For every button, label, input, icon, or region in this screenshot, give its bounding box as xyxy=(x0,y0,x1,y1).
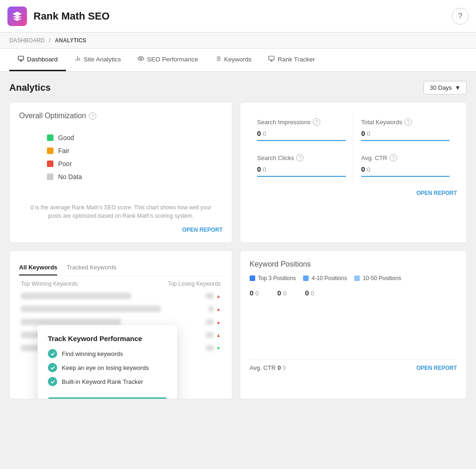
nodata-dot xyxy=(47,174,53,180)
check-icon-3 xyxy=(48,377,57,386)
legend-good-label: Good xyxy=(58,134,74,141)
avg-ctr-footer-sub: 0 xyxy=(283,365,286,371)
kw-text xyxy=(21,319,121,325)
page-body: Analytics 30 Days ▼ Overall Optimization… xyxy=(0,72,476,409)
tab-dashboard-label: Dashboard xyxy=(27,56,58,63)
chevron-down-icon: ▼ xyxy=(455,84,461,91)
legend-fair-label: Fair xyxy=(58,147,69,154)
4to10-square xyxy=(303,275,309,281)
search-clicks-help-icon[interactable]: ? xyxy=(296,154,304,161)
optimization-content: Good Fair Poor No Data xyxy=(19,129,223,220)
help-icon: ? xyxy=(458,12,463,20)
arrow-down-icon: ▼ xyxy=(216,346,221,351)
tab-rank-tracker-label: Rank Tracker xyxy=(278,56,315,63)
kw-row-right: 6 ▲ xyxy=(208,306,221,312)
top3-label: Top 3 Positions xyxy=(258,275,296,281)
upgrade-button[interactable]: Upgrade xyxy=(48,397,167,399)
fair-dot xyxy=(47,147,53,154)
col-winning: Top Winning Keywords xyxy=(21,281,78,287)
4to10-sub: 0 xyxy=(283,290,286,297)
4to10-label: 4-10 Positions xyxy=(311,275,347,281)
upgrade-feature-2: Keep an eye on losing keywords xyxy=(48,363,167,372)
feature-label-3: Built-in Keyword Rank Tracker xyxy=(62,378,143,385)
stats-open-report-link[interactable]: OPEN REPORT xyxy=(416,190,457,196)
legend-item-fair: Fair xyxy=(47,147,82,154)
tab-site-analytics[interactable]: Site Analytics xyxy=(66,49,129,71)
search-clicks-main: 0 xyxy=(257,165,261,173)
tab-rank-tracker[interactable]: Rank Tracker xyxy=(260,49,323,71)
legend-item-nodata: No Data xyxy=(47,173,82,181)
upgrade-feature-3: Built-in Keyword Rank Tracker xyxy=(48,377,167,386)
kw-text xyxy=(21,293,131,299)
stats-open-report: OPEN REPORT xyxy=(250,189,457,196)
search-impressions-label: Search Impressions ? xyxy=(257,118,346,126)
total-keywords-value: 0 0 xyxy=(361,129,450,137)
tab-tracked-keywords-label: Tracked Keywords xyxy=(66,264,116,271)
legend-top3: Top 3 Positions xyxy=(250,275,296,281)
legend-10to50: 10-50 Positions xyxy=(354,275,401,281)
app-logo xyxy=(7,7,27,26)
optimization-open-report-link[interactable]: OPEN REPORT xyxy=(182,227,223,233)
breadcrumb-parent: Dashboard xyxy=(9,37,45,44)
check-icon-2 xyxy=(48,363,57,372)
feature-label-1: Find winning keywords xyxy=(62,350,123,357)
4to10-stat: 0 0 xyxy=(278,289,287,297)
legend-poor-label: Poor xyxy=(58,160,72,168)
breadcrumb-current: Analytics xyxy=(55,37,86,44)
avg-ctr-value: 0 0 xyxy=(361,165,450,173)
top-cards-row: Overall Optimization ? Good Fair Poor xyxy=(9,102,467,243)
search-impressions-sub: 0 xyxy=(263,130,266,137)
search-clicks-value: 0 0 xyxy=(257,165,346,173)
arrow-up-icon: ▲ xyxy=(216,307,221,312)
avg-ctr-cell: Avg. CTR ? 0 0 xyxy=(353,147,457,183)
total-keywords-help-icon[interactable]: ? xyxy=(404,118,412,126)
tab-site-analytics-label: Site Analytics xyxy=(84,56,121,63)
avg-ctr-footer: Avg. CTR 0 0 OPEN REPORT xyxy=(250,359,457,371)
optimization-card-title: Overall Optimization ? xyxy=(19,112,223,120)
avg-ctr-label: Avg. CTR ? xyxy=(361,154,450,161)
total-keywords-label: Total Keywords ? xyxy=(361,118,450,126)
kw-badge: 20 xyxy=(205,345,214,351)
tab-bar: Dashboard Site Analytics SEO Performance… xyxy=(0,49,476,72)
col-losing: Top Losing Keywords xyxy=(168,281,221,287)
arrow-up-icon: ▲ xyxy=(216,333,221,338)
clicks-blue-line xyxy=(257,176,346,177)
legend-4to10: 4-10 Positions xyxy=(303,275,347,281)
header: Rank Math SEO ? xyxy=(0,0,476,33)
stats-card: Search Impressions ? 0 0 Total Keywords … xyxy=(240,102,467,243)
tab-tracked-keywords[interactable]: Tracked Keywords xyxy=(66,260,116,275)
4to10-value: 0 xyxy=(278,289,281,297)
tab-keywords[interactable]: Keywords xyxy=(206,49,260,71)
search-clicks-cell: Search Clicks ? 0 0 xyxy=(250,147,353,183)
help-button[interactable]: ? xyxy=(452,8,469,25)
check-icon-1 xyxy=(48,349,57,358)
avg-ctr-main: 0 xyxy=(361,165,365,173)
breadcrumb: Dashboard / Analytics xyxy=(0,33,476,49)
total-keywords-sub: 0 xyxy=(367,130,370,137)
upgrade-popup-title: Track Keyword Performance xyxy=(48,335,167,342)
positions-open-report-link[interactable]: OPEN REPORT xyxy=(416,365,457,371)
table-row: 48 ▲ xyxy=(19,291,223,301)
page-title: Analytics xyxy=(9,82,51,93)
svg-point-6 xyxy=(140,58,142,60)
analytics-header: Analytics 30 Days ▼ xyxy=(9,81,467,94)
search-impressions-help-icon[interactable]: ? xyxy=(313,118,320,126)
monitor2-icon xyxy=(268,55,275,63)
bar-chart-icon xyxy=(74,55,81,63)
top3-stat: 0 0 xyxy=(250,289,259,297)
optimization-help-icon[interactable]: ? xyxy=(89,112,96,120)
search-clicks-label: Search Clicks ? xyxy=(257,154,346,161)
optimization-legend: Good Fair Poor No Data xyxy=(47,134,82,181)
tab-dashboard[interactable]: Dashboard xyxy=(9,49,66,71)
legend-item-poor: Poor xyxy=(47,160,82,168)
eye-icon xyxy=(138,55,144,63)
optimization-note: 0 is the average Rank Math's SEO score. … xyxy=(19,203,223,220)
10to50-square xyxy=(354,275,360,281)
days-selector[interactable]: 30 Days ▼ xyxy=(423,81,467,94)
tab-all-keywords-label: All Keywords xyxy=(19,264,57,271)
tab-all-keywords[interactable]: All Keywords xyxy=(19,260,57,275)
ctr-blue-line xyxy=(361,176,450,177)
kw-badge: 22 xyxy=(205,332,214,338)
avg-ctr-help-icon[interactable]: ? xyxy=(390,154,397,161)
tab-seo-performance[interactable]: SEO Performance xyxy=(129,49,206,71)
